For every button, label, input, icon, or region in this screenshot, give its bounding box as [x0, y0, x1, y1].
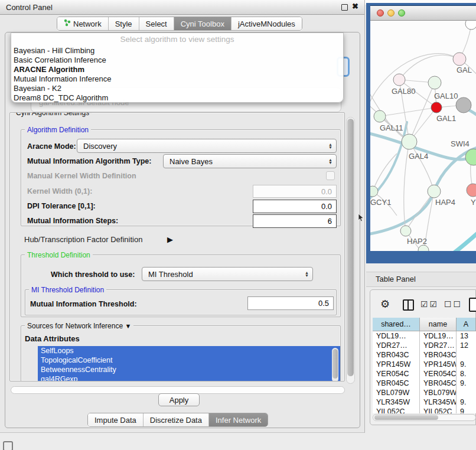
bottom-tab-bar: Impute Data Discretize Data Infer Networ… [87, 413, 268, 427]
float-window-icon[interactable] [341, 4, 348, 11]
kernel-width-field[interactable] [253, 185, 337, 198]
algorithm-option[interactable]: Bayesian - Hill Climbing [11, 46, 343, 56]
node-label-gcy1: GCY1 [370, 198, 391, 207]
table-row[interactable]: YIL052CYIL052C9 [373, 407, 476, 413]
network-icon [64, 19, 71, 28]
control-panel-title: Control Panel [6, 3, 53, 12]
node-label-swi4: SWI4 [451, 139, 470, 148]
tab-infer-network[interactable]: Infer Network [209, 413, 268, 426]
list-item[interactable]: TopologicalCoefficient [38, 356, 340, 365]
mi-steps-label: Mutual Information Steps: [27, 217, 118, 225]
tab-network[interactable]: Network [57, 17, 109, 30]
network-graph [370, 21, 476, 251]
minimize-traffic-light-icon[interactable] [387, 9, 395, 17]
manual-kernel-width-checkbox[interactable] [326, 171, 335, 180]
algorithm-option-selected[interactable]: ARACNE Algorithm [11, 65, 343, 74]
table-row[interactable]: YDL19…YDL19…13 [373, 331, 476, 341]
node-label-gal10: GAL10 [434, 92, 458, 100]
mi-algorithm-type-value: Naive Bayes [169, 157, 328, 166]
node-label-y-partial: Y [471, 198, 476, 207]
aracne-mode-label: Aracne Mode: [27, 142, 76, 151]
aracne-mode-combo[interactable]: Discovery ▲▼ [77, 139, 337, 153]
threshold-definition-title: Threshold Definition [25, 251, 93, 259]
tab-style[interactable]: Style [109, 17, 139, 30]
mi-threshold-definition-title: MI Threshold Definition [29, 286, 106, 294]
tab-select[interactable]: Select [139, 17, 174, 30]
which-threshold-label: Which threshold to use: [51, 270, 135, 279]
data-attributes-label: Data Attributes [25, 334, 80, 343]
table-row[interactable]: YDR27…YDR27…12 [373, 341, 476, 350]
tab-impute-data[interactable]: Impute Data [88, 413, 144, 426]
column-header-shared-name[interactable]: shared… [373, 318, 420, 331]
sources-group: Sources for Network Inference ▼ Data Att… [21, 325, 341, 381]
cyni-algorithm-settings-title: Cyni Algorithm Settings [14, 112, 92, 117]
which-threshold-combo[interactable]: MI Threshold ▲▼ [142, 267, 313, 281]
close-icon[interactable]: ✖ [352, 2, 358, 11]
node-label-gal4: GAL4 [409, 152, 428, 161]
stepper-icon: ▲▼ [328, 143, 332, 149]
control-panel-tab-bar: Network Style Select Cyni Toolbox jActiv… [57, 17, 302, 31]
list-item[interactable]: SelfLoops [38, 346, 340, 356]
network-window-titlebar [370, 5, 476, 21]
manual-kernel-width-label: Manual Kernel Width Definition [27, 172, 136, 180]
stepper-icon: ▲▼ [305, 271, 309, 277]
apply-button[interactable]: Apply [158, 393, 200, 406]
kernel-width-label: Kernel Width (0,1): [27, 187, 92, 195]
dpi-tolerance-label: DPI Tolerance [0,1]: [27, 202, 96, 210]
list-item[interactable]: BetweennessCentrality [38, 365, 340, 374]
table-row[interactable]: YER054CYER054C8. [373, 369, 476, 379]
cyni-algorithm-settings-group: Cyni Algorithm Settings Algorithm Defini… [9, 112, 345, 381]
table-row[interactable]: YBR045CYBR045C9. [373, 379, 476, 388]
mi-algorithm-type-label: Mutual Information Algorithm Type: [27, 157, 151, 165]
column-header-name[interactable]: name [420, 318, 457, 331]
mi-threshold-field[interactable] [247, 296, 334, 310]
node-label-gal-partial: GAL [457, 66, 472, 74]
column-layout-icon[interactable] [403, 299, 414, 311]
hub-definition-label: Hub/Transcription Factor Definition [24, 235, 142, 244]
tab-jactivemnodules[interactable]: jActiveMNodules [232, 17, 302, 30]
algorithm-option[interactable]: Dream8 DC_TDC Algorithm [11, 93, 343, 103]
node-label-gal80: GAL80 [392, 87, 415, 96]
mi-threshold-definition-group: MI Threshold Definition Mutual Informati… [25, 289, 337, 315]
table-horizontal-scrollbar[interactable] [373, 414, 476, 421]
algorithm-option[interactable]: Mutual Information Inference [11, 74, 343, 84]
control-panel-titlebar: Control Panel ✖ [0, 0, 364, 15]
network-canvas[interactable]: GAL GAL80 GAL10 GAL1 GAL11 SWI4 GAL4 GCY… [370, 21, 476, 251]
sources-title: Sources for Network Inference ▼ [25, 322, 133, 330]
mi-steps-field[interactable] [253, 214, 337, 228]
settings-vertical-scrollbar[interactable] [346, 117, 355, 384]
node-label-gal1: GAL1 [436, 114, 456, 123]
dpi-tolerance-field[interactable] [253, 200, 337, 213]
node-label-gal11: GAL11 [380, 123, 403, 132]
table-row[interactable]: YLR345WYLR345W9. [373, 397, 476, 407]
algorithm-dropdown: Select algorithm to view settings Bayesi… [11, 32, 344, 103]
table-header-row: shared… name A [373, 318, 476, 331]
zoom-traffic-light-icon[interactable] [398, 9, 405, 17]
column-header-partial[interactable]: A [457, 318, 476, 331]
tab-discretize-data[interactable]: Discretize Data [144, 413, 209, 426]
algorithm-dropdown-prompt: Select algorithm to view settings [11, 33, 343, 46]
table-row[interactable]: YBR043CYBR043C [373, 350, 476, 360]
algorithm-option[interactable]: Bayesian - K2 [11, 84, 343, 93]
node-label-hap4: HAP4 [435, 198, 455, 207]
control-panel: Control Panel ✖ Network Style Select Cyn… [0, 0, 365, 433]
select-all-checkboxes-icon[interactable]: ☑☑ [420, 299, 439, 309]
tab-cyni-toolbox[interactable]: Cyni Toolbox [174, 17, 232, 30]
which-threshold-value: MI Threshold [148, 270, 305, 279]
close-traffic-light-icon[interactable] [377, 9, 384, 17]
collapsed-panel-icon[interactable] [3, 441, 13, 450]
node-table: shared… name A YDL19…YDL19…13 YDR27…YDR2… [373, 318, 476, 413]
sources-expanded-arrow-icon[interactable]: ▼ [125, 322, 131, 330]
algorithm-definition-title: Algorithm Definition [25, 126, 91, 134]
network-view-window: GAL GAL80 GAL10 GAL1 GAL11 SWI4 GAL4 GCY… [366, 3, 476, 263]
hub-collapsed-arrow-icon[interactable]: ▶ [167, 235, 173, 244]
algorithm-option[interactable]: Basic Correlation Inference [11, 56, 343, 65]
list-item[interactable]: gal4RGexp [38, 374, 340, 381]
gear-icon[interactable]: ⚙ [380, 298, 390, 311]
table-row[interactable]: YPR145WYPR145W9. [373, 360, 476, 369]
deselect-all-checkboxes-icon[interactable]: ☐☐ [444, 299, 462, 309]
mi-algorithm-type-combo[interactable]: Naive Bayes ▲▼ [163, 154, 337, 168]
table-row[interactable]: YBL079WYBL079W [373, 388, 476, 397]
new-table-icon[interactable] [469, 298, 476, 312]
list-scrollbar[interactable] [332, 348, 338, 381]
